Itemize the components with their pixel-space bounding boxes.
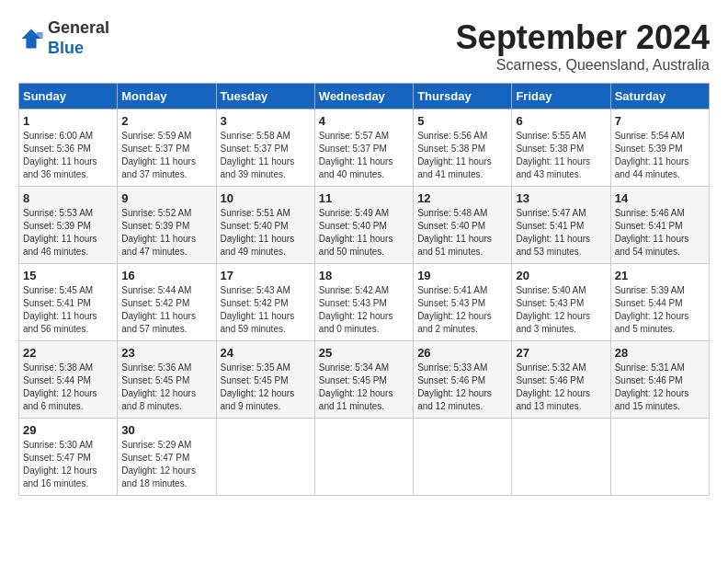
day-info: Sunrise: 5:39 AMSunset: 5:44 PMDaylight:…: [615, 284, 705, 336]
table-row: [512, 419, 610, 496]
calendar-header-row: Sunday Monday Tuesday Wednesday Thursday…: [19, 84, 710, 109]
table-row: [414, 419, 512, 496]
col-friday: Friday: [512, 84, 610, 109]
table-row: 21 Sunrise: 5:39 AMSunset: 5:44 PMDaylig…: [610, 264, 709, 341]
day-info: Sunrise: 5:36 AMSunset: 5:45 PMDaylight:…: [121, 362, 211, 413]
day-info: Sunrise: 6:00 AMSunset: 5:36 PMDaylight:…: [23, 130, 113, 181]
day-number: 10: [221, 191, 311, 205]
table-row: 30 Sunrise: 5:29 AMSunset: 5:47 PMDaylig…: [118, 419, 216, 496]
day-info: Sunrise: 5:33 AMSunset: 5:46 PMDaylight:…: [417, 362, 507, 413]
calendar-week-1: 1 Sunrise: 6:00 AMSunset: 5:36 PMDayligh…: [19, 109, 710, 187]
logo-icon: [18, 26, 44, 52]
day-number: 8: [23, 191, 113, 205]
day-number: 26: [417, 346, 507, 360]
day-number: 19: [417, 269, 507, 282]
table-row: 13 Sunrise: 5:47 AMSunset: 5:41 PMDaylig…: [512, 187, 610, 264]
table-row: 29 Sunrise: 5:30 AMSunset: 5:47 PMDaylig…: [19, 419, 118, 496]
day-number: 20: [516, 269, 606, 282]
table-row: 12 Sunrise: 5:48 AMSunset: 5:40 PMDaylig…: [414, 187, 512, 264]
table-row: 1 Sunrise: 6:00 AMSunset: 5:36 PMDayligh…: [19, 109, 118, 187]
day-number: 29: [23, 423, 113, 437]
day-number: 28: [615, 346, 705, 360]
table-row: 3 Sunrise: 5:58 AMSunset: 5:37 PMDayligh…: [216, 109, 314, 187]
day-number: 12: [417, 191, 507, 205]
day-number: 16: [121, 269, 211, 282]
day-info: Sunrise: 5:34 AMSunset: 5:45 PMDaylight:…: [319, 362, 409, 413]
table-row: 11 Sunrise: 5:49 AMSunset: 5:40 PMDaylig…: [314, 187, 413, 264]
table-row: 22 Sunrise: 5:38 AMSunset: 5:44 PMDaylig…: [19, 341, 118, 419]
day-info: Sunrise: 5:59 AMSunset: 5:37 PMDaylight:…: [121, 130, 211, 181]
col-tuesday: Tuesday: [216, 84, 314, 109]
table-row: 23 Sunrise: 5:36 AMSunset: 5:45 PMDaylig…: [118, 341, 216, 419]
day-info: Sunrise: 5:32 AMSunset: 5:46 PMDaylight:…: [516, 362, 606, 413]
logo-general: General: [48, 18, 109, 37]
day-number: 11: [319, 191, 409, 205]
day-info: Sunrise: 5:35 AMSunset: 5:45 PMDaylight:…: [221, 362, 311, 413]
table-row: 18 Sunrise: 5:42 AMSunset: 5:43 PMDaylig…: [314, 264, 413, 341]
day-number: 1: [23, 114, 113, 128]
table-row: 2 Sunrise: 5:59 AMSunset: 5:37 PMDayligh…: [118, 109, 216, 187]
day-number: 3: [221, 114, 311, 128]
day-info: Sunrise: 5:55 AMSunset: 5:38 PMDaylight:…: [516, 130, 606, 181]
table-row: 26 Sunrise: 5:33 AMSunset: 5:46 PMDaylig…: [414, 341, 512, 419]
col-monday: Monday: [118, 84, 216, 109]
day-number: 13: [516, 191, 606, 205]
table-row: 24 Sunrise: 5:35 AMSunset: 5:45 PMDaylig…: [216, 341, 314, 419]
table-row: 25 Sunrise: 5:34 AMSunset: 5:45 PMDaylig…: [314, 341, 413, 419]
title-block: September 2024 Scarness, Queensland, Aus…: [456, 18, 710, 74]
day-info: Sunrise: 5:45 AMSunset: 5:41 PMDaylight:…: [23, 284, 113, 336]
table-row: 7 Sunrise: 5:54 AMSunset: 5:39 PMDayligh…: [610, 109, 709, 187]
table-row: 17 Sunrise: 5:43 AMSunset: 5:42 PMDaylig…: [216, 264, 314, 341]
day-number: 18: [319, 269, 409, 282]
day-info: Sunrise: 5:54 AMSunset: 5:39 PMDaylight:…: [615, 130, 705, 181]
day-number: 17: [221, 269, 311, 282]
col-thursday: Thursday: [414, 84, 512, 109]
logo-blue: Blue: [48, 39, 84, 57]
table-row: 10 Sunrise: 5:51 AMSunset: 5:40 PMDaylig…: [216, 187, 314, 264]
day-info: Sunrise: 5:43 AMSunset: 5:42 PMDaylight:…: [221, 284, 311, 336]
page-subtitle: Scarness, Queensland, Australia: [456, 57, 710, 74]
day-info: Sunrise: 5:44 AMSunset: 5:42 PMDaylight:…: [121, 284, 211, 336]
table-row: [216, 419, 314, 496]
calendar-week-5: 29 Sunrise: 5:30 AMSunset: 5:47 PMDaylig…: [19, 419, 710, 496]
table-row: 19 Sunrise: 5:41 AMSunset: 5:43 PMDaylig…: [414, 264, 512, 341]
day-number: 21: [615, 269, 705, 282]
day-number: 6: [516, 114, 606, 128]
calendar-week-2: 8 Sunrise: 5:53 AMSunset: 5:39 PMDayligh…: [19, 187, 710, 264]
table-row: 16 Sunrise: 5:44 AMSunset: 5:42 PMDaylig…: [118, 264, 216, 341]
day-info: Sunrise: 5:46 AMSunset: 5:41 PMDaylight:…: [615, 207, 705, 259]
calendar-week-3: 15 Sunrise: 5:45 AMSunset: 5:41 PMDaylig…: [19, 264, 710, 341]
day-info: Sunrise: 5:48 AMSunset: 5:40 PMDaylight:…: [417, 207, 507, 259]
day-number: 5: [417, 114, 507, 128]
day-info: Sunrise: 5:42 AMSunset: 5:43 PMDaylight:…: [319, 284, 409, 336]
table-row: 6 Sunrise: 5:55 AMSunset: 5:38 PMDayligh…: [512, 109, 610, 187]
day-number: 30: [121, 423, 211, 437]
table-row: 27 Sunrise: 5:32 AMSunset: 5:46 PMDaylig…: [512, 341, 610, 419]
col-wednesday: Wednesday: [314, 84, 413, 109]
day-info: Sunrise: 5:40 AMSunset: 5:43 PMDaylight:…: [516, 284, 606, 336]
day-info: Sunrise: 5:31 AMSunset: 5:46 PMDaylight:…: [615, 362, 705, 413]
calendar-table: Sunday Monday Tuesday Wednesday Thursday…: [18, 83, 710, 496]
day-number: 22: [23, 346, 113, 360]
page-title: September 2024: [456, 18, 710, 57]
day-info: Sunrise: 5:47 AMSunset: 5:41 PMDaylight:…: [516, 207, 606, 259]
day-number: 2: [121, 114, 211, 128]
table-row: 9 Sunrise: 5:52 AMSunset: 5:39 PMDayligh…: [118, 187, 216, 264]
day-info: Sunrise: 5:58 AMSunset: 5:37 PMDaylight:…: [221, 130, 311, 181]
page-header: General Blue September 2024 Scarness, Qu…: [18, 18, 710, 74]
col-saturday: Saturday: [610, 84, 709, 109]
day-info: Sunrise: 5:51 AMSunset: 5:40 PMDaylight:…: [221, 207, 311, 259]
logo: General Blue: [18, 18, 109, 58]
day-number: 9: [121, 191, 211, 205]
table-row: 4 Sunrise: 5:57 AMSunset: 5:37 PMDayligh…: [314, 109, 413, 187]
day-number: 23: [121, 346, 211, 360]
table-row: 15 Sunrise: 5:45 AMSunset: 5:41 PMDaylig…: [19, 264, 118, 341]
day-info: Sunrise: 5:41 AMSunset: 5:43 PMDaylight:…: [417, 284, 507, 336]
day-number: 4: [319, 114, 409, 128]
calendar-week-4: 22 Sunrise: 5:38 AMSunset: 5:44 PMDaylig…: [19, 341, 710, 419]
day-number: 24: [221, 346, 311, 360]
day-info: Sunrise: 5:38 AMSunset: 5:44 PMDaylight:…: [23, 362, 113, 413]
svg-marker-1: [37, 32, 43, 39]
col-sunday: Sunday: [19, 84, 118, 109]
day-info: Sunrise: 5:56 AMSunset: 5:38 PMDaylight:…: [417, 130, 507, 181]
